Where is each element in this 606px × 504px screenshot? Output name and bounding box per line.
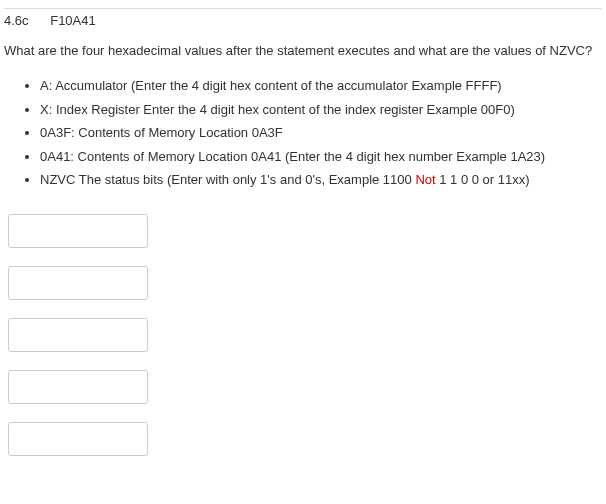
question-code: F10A41 <box>50 13 96 28</box>
instruction-item: A: Accumulator (Enter the 4 digit hex co… <box>40 76 602 96</box>
question-header: 4.6c F10A41 <box>4 8 602 34</box>
instruction-suffix: 1 1 0 0 or 11xx) <box>436 172 530 187</box>
instruction-item: NZVC The status bits (Enter with only 1'… <box>40 170 602 190</box>
instruction-red: Not <box>415 172 435 187</box>
instruction-text: 0A41: Contents of Memory Location 0A41 (… <box>40 149 545 164</box>
instruction-text: A: Accumulator (Enter the 4 digit hex co… <box>40 78 502 93</box>
question-text: What are the four hexadecimal values aft… <box>4 42 602 60</box>
instruction-text: X: Index Register Enter the 4 digit hex … <box>40 102 515 117</box>
instruction-item: 0A41: Contents of Memory Location 0A41 (… <box>40 147 602 167</box>
index-register-input[interactable] <box>8 266 148 300</box>
accumulator-input[interactable] <box>8 214 148 248</box>
instruction-item: X: Index Register Enter the 4 digit hex … <box>40 100 602 120</box>
instruction-prefix: NZVC The status bits (Enter with only 1'… <box>40 172 415 187</box>
instruction-text: 0A3F: Contents of Memory Location 0A3F <box>40 125 283 140</box>
instruction-item: 0A3F: Contents of Memory Location 0A3F <box>40 123 602 143</box>
mem-0a41-input[interactable] <box>8 370 148 404</box>
answer-inputs <box>4 214 602 456</box>
instruction-list: A: Accumulator (Enter the 4 digit hex co… <box>4 76 602 190</box>
mem-0a3f-input[interactable] <box>8 318 148 352</box>
section-number: 4.6c <box>4 13 29 28</box>
nzvc-input[interactable] <box>8 422 148 456</box>
